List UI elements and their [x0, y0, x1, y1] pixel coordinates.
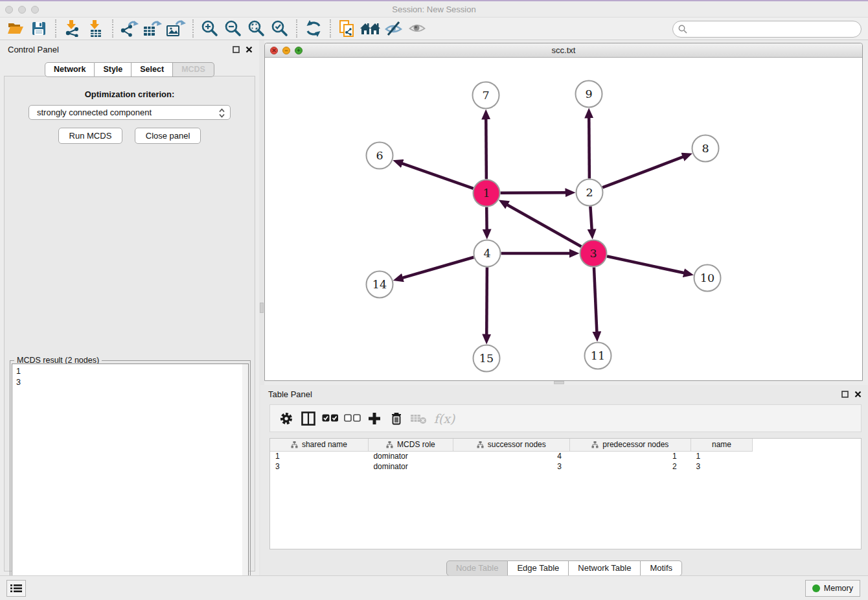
table-cell[interactable]: 3 [270, 461, 368, 472]
export-table-button[interactable] [141, 18, 165, 39]
close-table-panel-icon[interactable] [854, 391, 862, 398]
minimize-window-icon[interactable] [18, 6, 26, 14]
graph-edge-3-1[interactable] [507, 205, 581, 247]
table-row[interactable]: 3dominator323 [270, 461, 753, 472]
graph-node-14[interactable]: 14 [367, 271, 393, 298]
tab-mcds[interactable]: MCDS [173, 62, 214, 77]
svg-text:10: 10 [700, 271, 714, 284]
graph-node-7[interactable]: 7 [473, 82, 499, 109]
select-all-button[interactable] [319, 408, 341, 430]
open-file-button[interactable] [4, 18, 27, 39]
delete-table-button[interactable] [407, 408, 429, 430]
minimize-network-icon[interactable]: − [282, 47, 290, 54]
traffic-lights-inactive[interactable] [5, 6, 44, 14]
graph-edge-4-15[interactable] [486, 267, 487, 334]
graph-node-8[interactable]: 8 [692, 135, 719, 162]
table-panel-title: Table Panel [268, 389, 836, 399]
search-input[interactable] [672, 21, 862, 38]
task-history-button[interactable] [6, 580, 26, 597]
gear-button[interactable] [275, 408, 297, 430]
graph-node-9[interactable]: 9 [576, 81, 602, 108]
memory-button[interactable]: Memory [805, 580, 860, 597]
graph-node-3[interactable]: 3 [580, 240, 607, 267]
add-column-button[interactable] [363, 408, 385, 430]
table-cell[interactable]: 4 [453, 451, 569, 461]
graph-edge-3-10[interactable] [607, 257, 684, 273]
import-network-icon [64, 20, 81, 37]
zoom-in-button[interactable] [198, 18, 222, 39]
graph-edge-1-7[interactable] [486, 119, 486, 179]
maximize-network-icon[interactable]: + [295, 47, 303, 54]
graph-node-2[interactable]: 2 [577, 179, 603, 206]
export-network-button[interactable] [118, 18, 141, 39]
column-header-successor-nodes[interactable]: successor nodes [453, 439, 569, 451]
delete-column-button[interactable] [385, 408, 407, 430]
close-window-icon[interactable] [5, 6, 13, 14]
network-graph[interactable]: 7968124314101511 [265, 58, 862, 380]
tab-network-table[interactable]: Network Table [569, 560, 641, 576]
zoom-selected-button[interactable] [268, 18, 291, 39]
table-cell[interactable]: 1 [270, 451, 368, 461]
graph-edge-4-14[interactable] [402, 257, 474, 278]
tab-motifs[interactable]: Motifs [641, 560, 682, 576]
float-table-panel-icon[interactable] [841, 391, 849, 398]
tab-select[interactable]: Select [131, 62, 173, 77]
table-cell[interactable]: 2 [569, 461, 691, 472]
table-cell[interactable]: 3 [691, 461, 753, 472]
close-panel-button[interactable]: Close panel [135, 128, 201, 144]
zoom-window-icon[interactable] [31, 6, 39, 14]
mcds-result-text[interactable]: 1 3 [12, 363, 249, 600]
graph-node-15[interactable]: 15 [474, 345, 500, 372]
tab-node-table[interactable]: Node Table [446, 560, 508, 576]
result-scrollbar[interactable] [242, 364, 248, 600]
network-clone-button[interactable] [336, 18, 359, 39]
graph-node-1[interactable]: 1 [474, 180, 500, 207]
run-mcds-button[interactable]: Run MCDS [58, 128, 123, 144]
graph-node-4[interactable]: 4 [474, 240, 501, 267]
criterion-select[interactable]: strongly connected component [29, 105, 231, 120]
tab-network[interactable]: Network [45, 62, 95, 77]
import-table-button[interactable] [84, 18, 108, 39]
columns-button[interactable] [297, 408, 319, 430]
save-session-button[interactable] [27, 18, 51, 39]
apply-layout-button[interactable] [302, 18, 325, 39]
hide-eye-button[interactable] [382, 18, 405, 39]
graph-edge-2-9[interactable] [589, 117, 589, 178]
graph-edge-1-6[interactable] [402, 163, 473, 189]
deselect-all-button[interactable] [341, 408, 363, 430]
export-image-button[interactable] [165, 18, 188, 39]
table-cell[interactable]: dominator [368, 451, 453, 461]
function-builder-button[interactable]: f(x) [429, 408, 459, 430]
graph-node-6[interactable]: 6 [367, 143, 393, 169]
table-cell[interactable]: 3 [453, 461, 569, 472]
show-eye-button[interactable] [405, 18, 429, 39]
column-header-MCDS-role[interactable]: MCDS role [368, 439, 453, 451]
column-header-name[interactable]: name [691, 439, 753, 451]
zoom-out-button[interactable] [222, 18, 245, 39]
network-window-titlebar[interactable]: ✕ − + scc.txt [265, 43, 862, 58]
svg-text:9: 9 [585, 87, 592, 100]
tab-style[interactable]: Style [95, 62, 131, 77]
home-button[interactable] [359, 18, 382, 39]
close-network-icon[interactable]: ✕ [270, 47, 278, 54]
zoom-fit-button[interactable] [245, 18, 268, 39]
graph-node-10[interactable]: 10 [694, 265, 721, 292]
column-header-predecessor-nodes[interactable]: predecessor nodes [569, 439, 691, 451]
import-network-button[interactable] [61, 18, 84, 39]
table-row[interactable]: 1dominator411 [270, 451, 753, 461]
float-panel-icon[interactable] [233, 46, 240, 53]
zoom-in-icon [201, 19, 219, 38]
table-cell[interactable]: 1 [691, 451, 753, 461]
graph-node-11[interactable]: 11 [585, 343, 611, 369]
tab-edge-table[interactable]: Edge Table [508, 560, 569, 576]
table-cell[interactable]: 1 [569, 451, 691, 461]
close-panel-icon[interactable] [246, 46, 253, 53]
graph-edge-2-3[interactable] [590, 206, 591, 229]
graph-edge-1-2[interactable] [500, 192, 565, 193]
graph-edge-3-11[interactable] [594, 267, 597, 332]
graph-edge-2-8[interactable] [602, 157, 683, 187]
horizontal-splitter-grip[interactable] [554, 381, 564, 384]
table-cell[interactable]: dominator [368, 461, 453, 472]
memory-status-icon [812, 584, 820, 592]
column-header-shared-name[interactable]: shared name [270, 439, 368, 451]
